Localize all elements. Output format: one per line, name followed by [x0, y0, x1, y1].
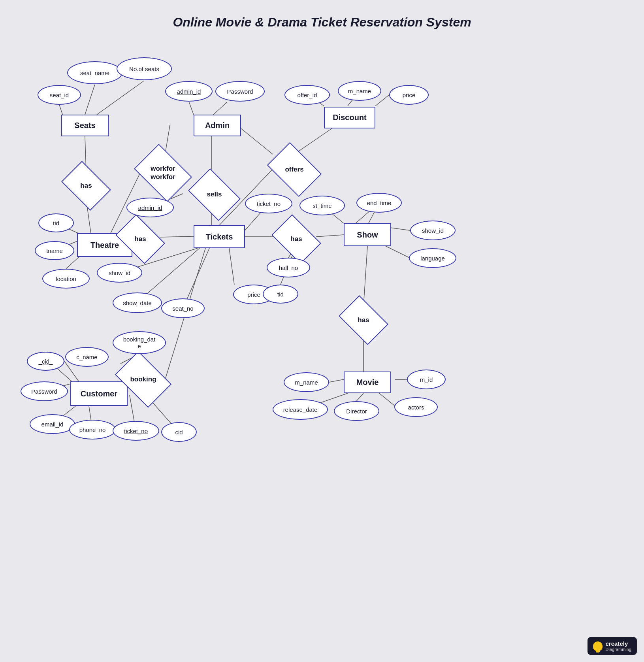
svg-line-7	[66, 257, 79, 269]
svg-line-10	[189, 102, 194, 115]
attr-actors: actors	[394, 397, 438, 417]
attr-tid2: tid	[263, 285, 298, 304]
attr-phone-no: phone_no	[69, 420, 116, 439]
attr-seat-id: seat_id	[38, 85, 81, 105]
attr-director: Director	[334, 401, 379, 421]
rel-offers: offers	[273, 154, 316, 185]
attr-hall-no: hall_no	[267, 258, 310, 277]
attr-seat-name: seat_name	[67, 61, 122, 84]
attr-st-time: st_time	[299, 196, 345, 215]
attr-c-name: c_name	[65, 347, 109, 367]
svg-line-32	[329, 379, 344, 382]
svg-line-35	[356, 393, 363, 401]
entity-admin: Admin	[194, 115, 241, 136]
attr-seat-no: seat_no	[161, 298, 205, 318]
rel-has2: has	[121, 225, 160, 253]
attr-password2: Password	[21, 381, 68, 401]
attr-tname: tname	[35, 241, 74, 260]
rel-has3: has	[277, 225, 316, 253]
attr-m-name2: m_name	[284, 372, 329, 392]
diagram-container: Online Movie & Drama Ticket Reservation …	[0, 0, 644, 662]
rel-booking: booking	[121, 364, 166, 395]
svg-line-0	[85, 85, 95, 115]
attr-tid1: tid	[38, 213, 74, 232]
entity-seats: Seats	[61, 115, 109, 136]
attr-cid1: _cid_	[27, 352, 64, 371]
attr-show-id1: show_id	[97, 263, 142, 283]
creately-text: creately Diagramming	[606, 640, 631, 652]
attr-end-time: end_time	[356, 193, 402, 213]
svg-line-18	[294, 128, 332, 154]
attr-ticket-no2: ticket_no	[113, 421, 159, 441]
entity-show: Show	[344, 223, 391, 246]
entity-customer: Customer	[70, 381, 128, 406]
attr-cid2: cid	[161, 422, 197, 442]
entity-movie: Movie	[344, 372, 391, 393]
attr-booking-date: booking_dat e	[113, 331, 166, 354]
svg-line-45	[55, 367, 73, 383]
attr-no-of-seats: No.of seats	[117, 57, 172, 80]
attr-admin-id1: admin_id	[165, 81, 213, 102]
creately-badge: creately Diagramming	[588, 637, 637, 655]
attr-m-id: m_id	[407, 370, 446, 389]
attr-price1: price	[389, 85, 429, 105]
svg-line-1	[97, 81, 144, 115]
svg-line-25	[316, 235, 344, 237]
attr-language: language	[409, 248, 456, 268]
attr-m-name1: m_name	[338, 81, 381, 101]
rel-workfor: workfor workfor	[140, 156, 186, 190]
attr-password1: Password	[215, 81, 265, 102]
entity-discount: Discount	[324, 107, 375, 128]
attr-email-id: email_id	[30, 414, 75, 434]
entity-tickets: Tickets	[194, 225, 245, 248]
svg-line-17	[237, 125, 273, 154]
rel-has4: has	[344, 306, 383, 334]
rel-has1: has	[66, 172, 106, 200]
attr-show-date: show_date	[113, 292, 162, 313]
svg-line-11	[213, 102, 227, 115]
svg-line-30	[363, 246, 367, 306]
attr-release-date: release_date	[273, 399, 328, 420]
svg-line-40	[229, 248, 234, 285]
rel-sells: sells	[194, 180, 235, 209]
attr-ticket-no1: ticket_no	[245, 194, 292, 213]
attr-offer-id: offer_id	[284, 85, 330, 105]
attr-admin-id2: admin_id	[126, 198, 174, 217]
attr-location: location	[42, 269, 90, 289]
bulb-icon	[593, 641, 603, 651]
svg-line-36	[379, 393, 396, 407]
svg-line-9	[160, 236, 194, 237]
attr-show-id2: show_id	[410, 221, 456, 240]
